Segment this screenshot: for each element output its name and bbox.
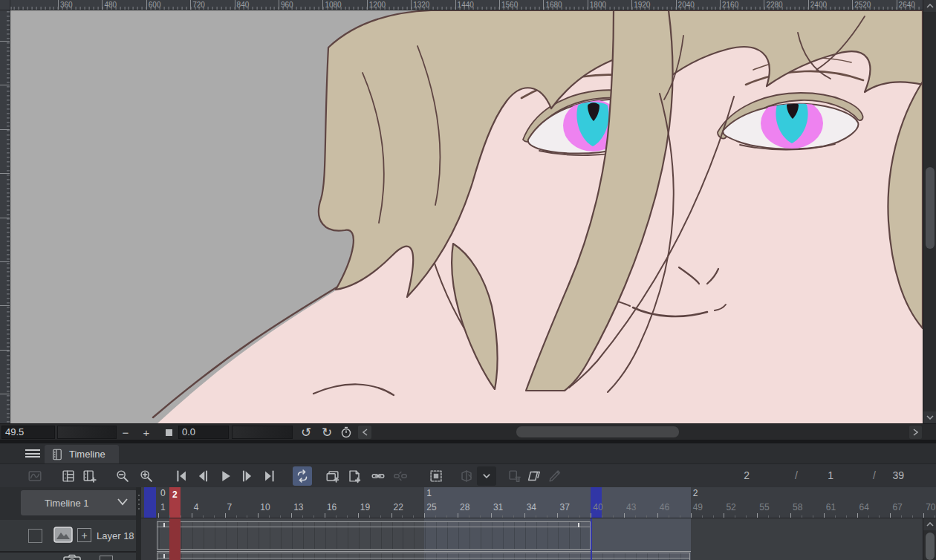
frame-tick	[336, 515, 337, 518]
previous-frame-button[interactable]	[193, 466, 212, 486]
layer-name[interactable]: Layer 18	[97, 530, 134, 541]
ruler-tick	[0, 394, 10, 394]
zoom-value-field[interactable]: 49.5	[1, 426, 55, 439]
next-frame-button[interactable]	[238, 466, 257, 486]
scroll-down-icon[interactable]	[923, 411, 936, 423]
camera-cel-bar[interactable]	[157, 553, 690, 560]
tab-timeline[interactable]: Timeline	[45, 445, 119, 463]
layer-cel-bar[interactable]	[157, 521, 591, 550]
zoom-in-button[interactable]	[137, 466, 156, 486]
timeline-frame-ruler[interactable]: 2012147101316192225283134374043464952555…	[141, 487, 936, 518]
frame-tick	[380, 515, 381, 518]
zoom-in-button[interactable]: +	[138, 424, 155, 440]
frame-tick	[313, 515, 314, 518]
layer-name-suffix: :	[131, 530, 133, 541]
frame-tick	[790, 513, 791, 518]
pencil-tool-icon	[547, 468, 563, 484]
rotation-slider[interactable]	[232, 426, 293, 439]
frame-label: 49	[693, 502, 703, 512]
go-to-end-button[interactable]	[260, 466, 279, 486]
timeline-list-button[interactable]	[59, 466, 78, 486]
new-animation-cel-button[interactable]	[323, 466, 342, 486]
frame-tick	[824, 513, 825, 518]
collapse-left-button[interactable]	[358, 426, 371, 439]
counter-separator: /	[773, 469, 798, 481]
cel-start-tick	[163, 554, 165, 559]
specify-cels-button[interactable]	[368, 466, 388, 486]
new-timeline-button[interactable]	[80, 466, 100, 486]
onion-skin-toggle-button[interactable]	[426, 466, 446, 486]
frame-tick	[502, 515, 503, 518]
canvas-viewport[interactable]	[10, 10, 923, 423]
ruler-label: 1800	[588, 0, 606, 10]
layer-row-partial[interactable]	[0, 553, 136, 560]
ruler-label: 1680	[543, 0, 562, 10]
second-marker-label: 0	[160, 488, 166, 498]
new-timeline-icon	[82, 468, 98, 484]
fit-view-button[interactable]	[160, 424, 177, 440]
scroll-right-button[interactable]	[909, 426, 922, 439]
zoom-slider[interactable]	[57, 426, 117, 439]
options-chevron-button[interactable]	[477, 466, 496, 486]
timeline-tracks[interactable]	[141, 518, 923, 560]
ruler-tick	[0, 218, 10, 218]
frame-tick	[557, 513, 558, 518]
release-cels-button	[391, 466, 410, 486]
playhead-column[interactable]: 2	[169, 487, 181, 518]
layer-checkbox[interactable]	[28, 529, 42, 543]
frame-label: 58	[793, 502, 802, 512]
start-marker[interactable]	[144, 487, 156, 518]
frame-label: 7	[227, 502, 233, 512]
play-button[interactable]	[215, 466, 235, 486]
frame-tick	[424, 513, 425, 518]
reset-rotation-button[interactable]	[337, 424, 355, 440]
frame-tick	[413, 515, 414, 518]
scroll-up-icon[interactable]	[923, 518, 936, 530]
frame-tick	[524, 513, 525, 518]
second-marker-label: 2	[693, 488, 698, 498]
ruler-label: 360	[58, 0, 73, 10]
ruler-label: 2160	[720, 0, 738, 10]
ruler-label: 1320	[0, 263, 1, 299]
new-cel-button[interactable]	[345, 466, 364, 486]
frame-label: 4	[194, 502, 199, 512]
panel-splitter[interactable]	[136, 487, 141, 560]
canvas-scrollbar-horizontal-thumb[interactable]	[516, 426, 679, 437]
frame-tick	[923, 513, 924, 518]
zoom-out-button[interactable]: −	[117, 424, 134, 440]
zoom-out-button[interactable]	[113, 466, 132, 486]
timeline-scrollbar-vertical[interactable]	[923, 518, 936, 560]
frame-label: 13	[293, 502, 303, 512]
clock-icon	[340, 426, 352, 438]
ruler-tick	[0, 173, 10, 174]
undo-button[interactable]: ↺	[297, 424, 315, 440]
loop-playback-button[interactable]	[293, 466, 312, 486]
onion-skin-settings-button[interactable]	[524, 466, 543, 486]
ruler-label: 960	[279, 0, 293, 10]
frame-label: 19	[360, 502, 370, 512]
frame-label: 28	[460, 502, 469, 512]
cel-end-tick	[578, 523, 579, 527]
layer-thumbnail-icon[interactable]	[53, 527, 73, 546]
panel-menu-icon[interactable]	[25, 449, 40, 458]
timeline-scrollbar-thumb[interactable]	[926, 533, 935, 560]
timeline-selector-dropdown[interactable]: Timeline 1	[21, 490, 137, 515]
ruler-label: 1080	[0, 175, 1, 210]
go-to-start-button[interactable]	[172, 466, 191, 486]
navigation-statusbar: 49.5 − + 0.0 ↺ ↻	[0, 423, 936, 440]
frame-tick	[846, 515, 847, 518]
frame-tick	[391, 513, 392, 518]
playhead-track-column[interactable]	[169, 518, 181, 560]
rotation-value-field[interactable]: 0.0	[178, 426, 229, 439]
redo-button[interactable]: ↻	[318, 424, 336, 440]
scroll-up-icon[interactable]	[923, 0, 936, 12]
light-table-icon	[458, 468, 475, 484]
layer-row[interactable]: + Layer 18 :	[0, 520, 136, 551]
frame-label: 40	[593, 502, 602, 512]
onion-skin-settings-icon	[525, 468, 542, 484]
canvas-scrollbar-vertical[interactable]	[923, 0, 936, 423]
canvas-scrollbar-thumb[interactable]	[926, 167, 935, 249]
layer-expand-button[interactable]: +	[77, 528, 91, 542]
frame-tick	[480, 515, 481, 518]
ruler-label: 1200	[367, 0, 386, 10]
